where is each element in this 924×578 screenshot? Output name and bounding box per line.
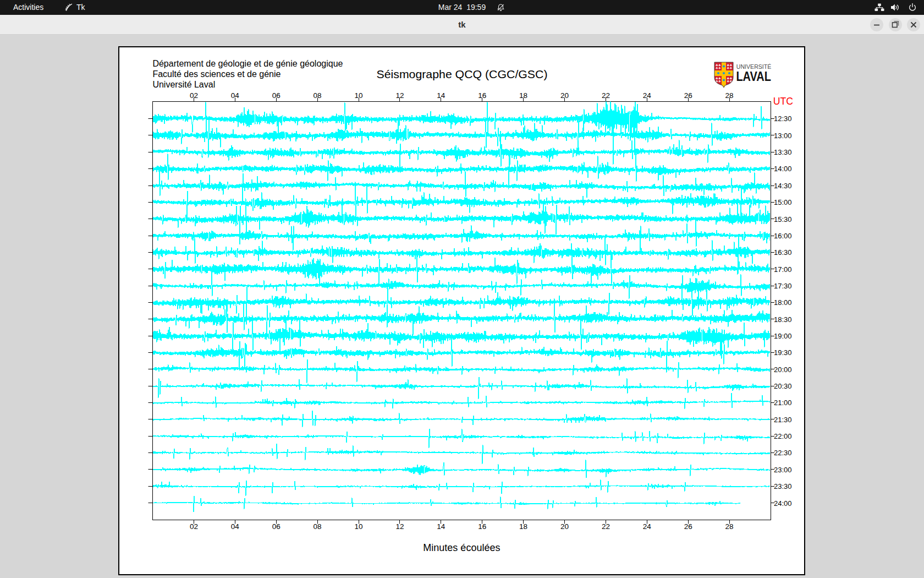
svg-text:18: 18 [519, 91, 527, 100]
svg-text:04: 04 [231, 522, 240, 531]
svg-text:12: 12 [395, 522, 404, 531]
svg-text:06: 06 [272, 522, 280, 531]
svg-text:14:30: 14:30 [774, 182, 792, 190]
svg-text:18:30: 18:30 [774, 315, 792, 324]
svg-text:13:00: 13:00 [774, 132, 792, 140]
svg-text:10: 10 [354, 522, 362, 531]
svg-text:20:00: 20:00 [774, 366, 792, 374]
svg-text:22:30: 22:30 [774, 449, 792, 457]
svg-text:16: 16 [478, 91, 486, 100]
svg-text:Séismographe QCQ (CGC/GSC): Séismographe QCQ (CGC/GSC) [377, 68, 548, 80]
svg-text:21:30: 21:30 [774, 416, 792, 424]
svg-text:18:00: 18:00 [774, 298, 792, 307]
svg-text:22: 22 [602, 522, 610, 531]
svg-text:08: 08 [314, 91, 322, 100]
svg-text:12: 12 [395, 91, 404, 100]
svg-text:Université Laval: Université Laval [152, 80, 215, 89]
svg-text:19:00: 19:00 [774, 332, 792, 340]
svg-text:Faculté des sciences et de gén: Faculté des sciences et de génie [152, 69, 280, 79]
svg-text:15:30: 15:30 [774, 215, 792, 223]
svg-text:22: 22 [602, 91, 610, 100]
svg-text:26: 26 [684, 91, 692, 100]
svg-text:14: 14 [437, 522, 446, 531]
svg-text:Département de géologie et de: Département de géologie et de génie géol… [152, 59, 343, 68]
svg-text:23:30: 23:30 [774, 482, 792, 490]
svg-text:06: 06 [272, 91, 280, 100]
svg-text:22:00: 22:00 [774, 432, 792, 440]
svg-text:10: 10 [354, 91, 362, 100]
svg-text:16: 16 [478, 522, 486, 531]
svg-text:02: 02 [190, 522, 198, 531]
svg-text:26: 26 [684, 522, 692, 531]
svg-text:24:00: 24:00 [774, 499, 792, 508]
svg-text:08: 08 [314, 522, 322, 531]
svg-text:24: 24 [643, 522, 652, 531]
svg-text:15:00: 15:00 [774, 198, 792, 206]
svg-text:14: 14 [437, 91, 446, 100]
svg-text:18: 18 [519, 522, 527, 531]
svg-text:16:30: 16:30 [774, 248, 792, 257]
svg-text:17:30: 17:30 [774, 282, 792, 290]
svg-text:28: 28 [725, 91, 734, 100]
svg-text:UTC: UTC [773, 96, 793, 107]
svg-text:28: 28 [725, 522, 734, 531]
svg-text:23:00: 23:00 [774, 466, 792, 474]
svg-text:20: 20 [560, 91, 569, 100]
svg-text:13:30: 13:30 [774, 148, 792, 156]
svg-text:Minutes écoulées: Minutes écoulées [423, 542, 500, 553]
svg-text:19:30: 19:30 [774, 348, 792, 357]
svg-text:24: 24 [643, 91, 652, 100]
svg-text:LAVAL: LAVAL [736, 69, 771, 84]
svg-text:17:00: 17:00 [774, 265, 792, 274]
svg-text:04: 04 [231, 91, 240, 100]
svg-text:14:00: 14:00 [774, 165, 792, 173]
svg-text:20:30: 20:30 [774, 382, 792, 390]
svg-text:02: 02 [190, 91, 198, 100]
svg-text:12:30: 12:30 [774, 114, 792, 123]
svg-text:16:00: 16:00 [774, 232, 792, 240]
svg-text:20: 20 [560, 522, 569, 531]
svg-text:21:00: 21:00 [774, 399, 792, 407]
